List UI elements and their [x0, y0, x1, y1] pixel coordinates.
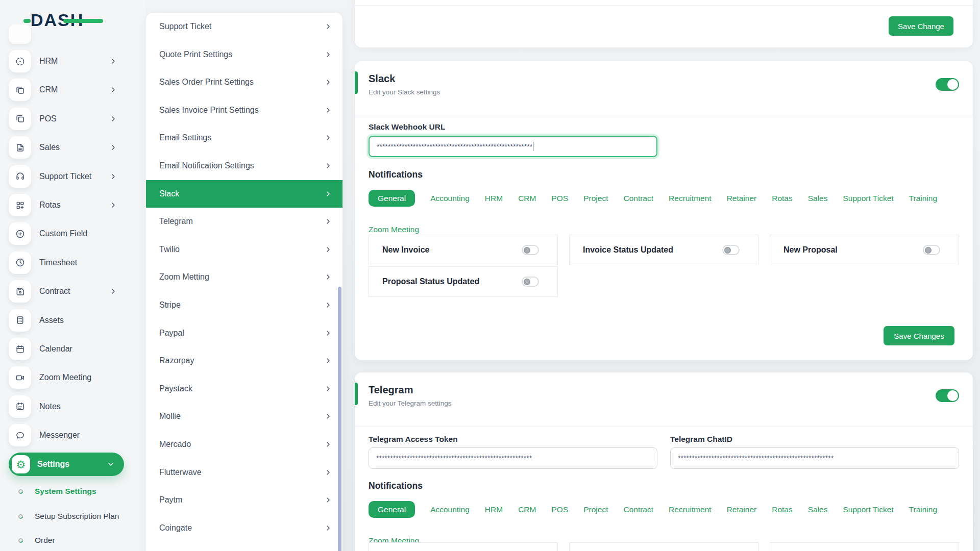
settings-menu-item-mercado[interactable]: Mercado [146, 431, 342, 458]
slack-tab-project[interactable]: Project [583, 190, 608, 207]
telegram-enabled-toggle[interactable] [936, 389, 959, 402]
sidebar-subitem-system-settings[interactable]: System Settings [0, 484, 146, 499]
settings-menu-item-paytm[interactable]: Paytm [146, 486, 342, 514]
settings-menu-item-label: Mercado [159, 440, 191, 449]
slack-toggle-grid: New Invoice Invoice Status Updated New P… [369, 235, 959, 297]
sidebar-item-assets[interactable]: Assets [0, 309, 146, 332]
slack-tab-rotas[interactable]: Rotas [772, 190, 793, 207]
settings-menu-item-sales-order-print-settings[interactable]: Sales Order Print Settings [146, 68, 342, 96]
slack-tab-general[interactable]: General [369, 190, 415, 207]
settings-menu-item-label: Email Settings [159, 133, 211, 142]
chevron-right-icon [324, 273, 332, 281]
telegram-tab-crm[interactable]: CRM [518, 501, 536, 518]
sidebar-item-contract[interactable]: Contract [0, 280, 146, 303]
headset-icon [15, 171, 26, 182]
settings-menu-item-label: Email Notification Settings [159, 161, 254, 170]
slack-tab-training[interactable]: Training [909, 190, 937, 207]
settings-menu-item-email-settings[interactable]: Email Settings [146, 124, 342, 152]
telegram-tab-sales[interactable]: Sales [808, 501, 828, 518]
sidebar-item-settings[interactable]: ⚙ Settings [9, 453, 124, 476]
sidebar-subitem-setup-subscription-plan[interactable]: Setup Subscription Plan [0, 509, 146, 524]
settings-menu-item-slack[interactable]: Slack [146, 180, 342, 208]
chevron-right-icon [324, 106, 332, 114]
settings-menu-item-twilio[interactable]: Twilio [146, 236, 342, 263]
settings-menu-item-quote-print-settings[interactable]: Quote Print Settings [146, 41, 342, 68]
sidebar-item-messenger[interactable]: Messenger [0, 424, 146, 446]
settings-menu-item-support-ticket[interactable]: Support Ticket [146, 13, 342, 40]
settings-menu-item-razorpay[interactable]: Razorpay [146, 347, 342, 374]
chevron-right-icon [324, 385, 332, 393]
sidebar-item-notes[interactable]: Notes [0, 395, 146, 418]
settings-menu-item-label: Slack [159, 189, 179, 198]
subitem-label: Setup Subscription Plan [35, 512, 119, 521]
divider [355, 426, 973, 427]
sidebar-item-pos[interactable]: POS [0, 108, 146, 130]
settings-menu-item-label: Telegram [159, 217, 193, 226]
slack-tab-retainer[interactable]: Retainer [727, 190, 757, 207]
settings-menu-item-coingate[interactable]: Coingate [146, 514, 342, 542]
slack-tab-recruitment[interactable]: Recruitment [669, 190, 712, 207]
telegram-tab-recruitment[interactable]: Recruitment [669, 501, 712, 518]
slack-tab-contract[interactable]: Contract [623, 190, 653, 207]
sidebar-item-label: Notes [39, 402, 61, 411]
slack-title: Slack [369, 73, 395, 85]
sidebar-item-rotas[interactable]: Rotas [0, 194, 146, 216]
sidebar-subitem-order[interactable]: Order [0, 533, 146, 548]
slack-tab-hrm[interactable]: HRM [485, 190, 503, 207]
sidebar-item-hrm[interactable]: HRM [0, 50, 146, 72]
settings-menu-item-skrill[interactable]: Skrill [146, 542, 342, 551]
sidebar-item-custom-field[interactable]: Custom Field [0, 222, 146, 245]
telegram-tab-hrm[interactable]: HRM [485, 501, 503, 518]
sidebar-item-support-ticket[interactable]: Support Ticket [0, 165, 146, 188]
toggle-card-invoice-status-updated: Invoice Status Updated [569, 235, 758, 265]
telegram-tab-training[interactable]: Training [909, 501, 937, 518]
telegram-tab-pos[interactable]: POS [551, 501, 568, 518]
top-settings-card: Save Change [355, 0, 973, 47]
slack-tab-accounting[interactable]: Accounting [430, 190, 470, 207]
sidebar-item-crm[interactable]: CRM [0, 79, 146, 101]
slack-tab-pos[interactable]: POS [551, 190, 568, 207]
sidebar-item-label: Support Ticket [39, 172, 91, 181]
sidebar-item-zoom-meeting[interactable]: Zoom Meeting [0, 366, 146, 389]
proposal-status-updated-toggle[interactable] [522, 277, 539, 287]
chevron-right-icon [109, 57, 117, 65]
telegram-token-label: Telegram Access Token [369, 435, 458, 444]
telegram-chatid-input[interactable]: ****************************************… [670, 447, 959, 469]
sidebar-item-calendar[interactable]: Calendar [0, 338, 146, 360]
telegram-tab-accounting[interactable]: Accounting [430, 501, 470, 518]
settings-menu-item-label: Paystack [159, 384, 192, 393]
slack-tab-crm[interactable]: CRM [518, 190, 536, 207]
telegram-tab-retainer[interactable]: Retainer [727, 501, 757, 518]
new-proposal-toggle[interactable] [923, 245, 940, 255]
chevron-right-icon [324, 245, 332, 254]
settings-menu-item-zoom-metting[interactable]: Zoom Metting [146, 263, 342, 291]
telegram-tab-contract[interactable]: Contract [623, 501, 653, 518]
new-invoice-toggle[interactable] [522, 245, 539, 255]
slack-tab-support-ticket[interactable]: Support Ticket [843, 190, 894, 207]
settings-menu-item-email-notification-settings[interactable]: Email Notification Settings [146, 152, 342, 180]
save-changes-button[interactable]: Save Changes [884, 326, 954, 345]
settings-menu-item-mollie[interactable]: Mollie [146, 403, 342, 430]
slack-enabled-toggle[interactable] [936, 78, 959, 91]
settings-menu-item-paypal[interactable]: Paypal [146, 319, 342, 347]
telegram-tab-rotas[interactable]: Rotas [772, 501, 793, 518]
telegram-tab-support-ticket[interactable]: Support Ticket [843, 501, 894, 518]
sidebar-item-sales[interactable]: Sales [0, 136, 146, 159]
gear-icon: ⚙ [12, 455, 30, 473]
slack-webhook-input[interactable]: ****************************************… [369, 136, 657, 157]
telegram-tab-general[interactable]: General [369, 501, 415, 518]
telegram-tab-project[interactable]: Project [583, 501, 608, 518]
app-logo[interactable]: DASH [31, 9, 84, 31]
settings-menu-item-telegram[interactable]: Telegram [146, 208, 342, 235]
invoice-status-updated-toggle[interactable] [722, 245, 740, 255]
settings-menu-item-flutterwave[interactable]: Flutterwave [146, 459, 342, 486]
slack-tab-sales[interactable]: Sales [808, 190, 828, 207]
settings-menu-item-sales-invoice-print-settings[interactable]: Sales Invoice Print Settings [146, 96, 342, 124]
settings-menu-scrollbar[interactable] [338, 287, 341, 551]
telegram-token-input[interactable]: ****************************************… [369, 447, 657, 469]
sidebar-item-timesheet[interactable]: Timesheet [0, 252, 146, 274]
settings-menu-item-paystack[interactable]: Paystack [146, 375, 342, 403]
settings-menu-item-stripe[interactable]: Stripe [146, 291, 342, 319]
save-change-button[interactable]: Save Change [889, 16, 953, 36]
chevron-right-icon [324, 134, 332, 142]
